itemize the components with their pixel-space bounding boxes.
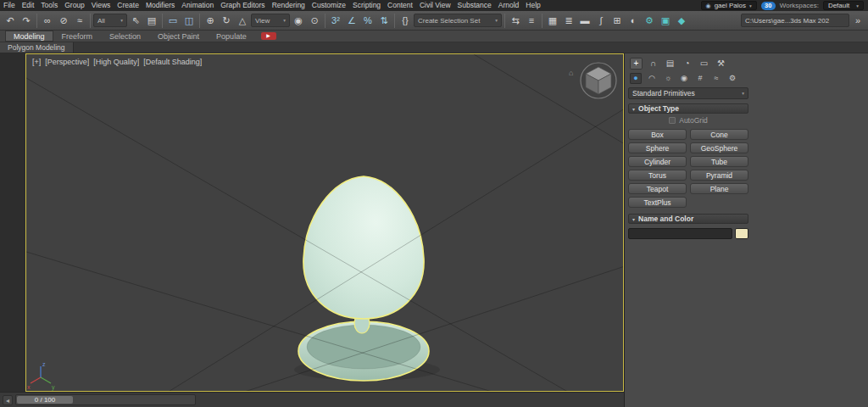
material-editor-icon[interactable]: ◐ [626, 13, 641, 29]
menu-item-create[interactable]: Create [114, 0, 142, 11]
menu-item-scripting[interactable]: Scripting [349, 0, 384, 11]
cameras-category-icon[interactable]: ◉ [678, 73, 690, 84]
toolbar-overflow-icon[interactable]: » [850, 13, 865, 29]
space-warps-category-icon[interactable]: ≈ [710, 73, 722, 84]
align-icon[interactable]: ≡ [524, 13, 539, 29]
menu-item-modifiers[interactable]: Modifiers [142, 0, 178, 11]
menu-item-content[interactable]: Content [384, 0, 416, 11]
select-and-link-icon[interactable]: ∞ [40, 13, 55, 29]
object-type-button-geosphere[interactable]: GeoSphere [690, 142, 748, 153]
scene-explorer-icon[interactable]: ▦ [545, 13, 560, 29]
perspective-viewport[interactable]: ⌂ x y z [+] [ [25, 53, 624, 392]
menu-item-views[interactable]: Views [88, 0, 114, 11]
create-selection-set-dropdown[interactable]: Create Selection Set▾ [414, 14, 502, 27]
menu-item-arnold[interactable]: Arnold [495, 0, 523, 11]
autogrid-checkbox[interactable] [669, 117, 676, 124]
render-setup-icon[interactable]: ⚙ [642, 13, 657, 29]
modify-tab-icon[interactable]: ∩ [647, 58, 659, 70]
utilities-tab-icon[interactable]: ⚒ [715, 58, 727, 70]
track-bar-toggle-icon[interactable]: ◂ [3, 395, 13, 405]
unlink-selection-icon[interactable]: ⊘ [56, 13, 71, 29]
bind-to-space-warp-icon[interactable]: ≈ [72, 13, 87, 29]
select-and-scale-icon[interactable]: △ [235, 13, 250, 29]
systems-category-icon[interactable]: ⚙ [726, 73, 738, 84]
motion-tab-icon[interactable]: ◔ [681, 58, 693, 70]
workspace-dropdown[interactable]: Default ▾ [823, 1, 864, 10]
object-type-button-torus[interactable]: Torus [628, 170, 687, 181]
object-color-swatch[interactable] [735, 228, 748, 239]
reference-coordinate-dropdown[interactable]: View▾ [251, 14, 290, 27]
helpers-category-icon[interactable]: # [694, 73, 706, 84]
egg-object[interactable] [303, 176, 424, 319]
project-path-box[interactable]: C:\Users\gae...3ds Max 202 [741, 14, 849, 27]
angle-snap-icon[interactable]: ∠ [344, 13, 359, 29]
viewport-quality-menu[interactable]: [High Quality] [93, 58, 139, 66]
ribbon-tab-selection[interactable]: Selection [101, 31, 149, 42]
object-type-button-teapot[interactable]: Teapot [628, 183, 687, 194]
time-slider-track[interactable]: 0 / 100 [15, 394, 196, 405]
view-cube[interactable]: ⌂ [569, 63, 616, 98]
ribbon-tab-modeling[interactable]: Modeling [5, 31, 53, 42]
object-type-button-textplus[interactable]: TextPlus [628, 197, 687, 208]
menu-item-graph-editors[interactable]: Graph Editors [217, 0, 268, 11]
tutorial-play-button[interactable]: ▶ [261, 32, 276, 40]
object-type-button-tube[interactable]: Tube [690, 156, 748, 167]
geometry-category-icon[interactable]: ● [630, 73, 642, 84]
object-type-button-sphere[interactable]: Sphere [628, 142, 687, 153]
named-selection-sets-icon[interactable]: {} [398, 13, 413, 29]
create-tab-icon[interactable]: + [630, 58, 643, 70]
menu-item-animation[interactable]: Animation [178, 0, 217, 11]
select-and-manipulate-icon[interactable]: ⊙ [307, 13, 322, 29]
object-type-button-pyramid[interactable]: Pyramid [690, 170, 748, 181]
use-pivot-point-icon[interactable]: ◉ [291, 13, 306, 29]
schematic-view-icon[interactable]: ⊞ [609, 13, 625, 29]
time-slider-thumb[interactable]: 0 / 100 [17, 396, 73, 404]
layer-explorer-icon[interactable]: ≣ [561, 13, 576, 29]
object-name-input[interactable] [628, 228, 732, 239]
rectangular-selection-region-icon[interactable]: ▭ [165, 13, 181, 29]
name-color-rollout-header[interactable]: ▾ Name and Color [628, 214, 748, 224]
select-by-name-icon[interactable]: ▤ [144, 13, 159, 29]
menu-item-help[interactable]: Help [522, 0, 543, 11]
viewport-general-menu[interactable]: [+] [32, 58, 41, 66]
percent-snap-icon[interactable]: % [360, 13, 376, 29]
viewcube-home-icon[interactable]: ⌂ [569, 69, 573, 77]
object-type-button-cylinder[interactable]: Cylinder [628, 156, 687, 167]
notification-badge[interactable]: 30 [761, 2, 776, 10]
ribbon-toggle-icon[interactable]: ▬ [577, 13, 593, 29]
selection-filter-dropdown[interactable]: All▾ [93, 14, 127, 27]
ribbon-tab-object-paint[interactable]: Object Paint [149, 31, 208, 42]
mirror-icon[interactable]: ⇆ [508, 13, 523, 29]
primitive-category-dropdown[interactable]: Standard Primitives ▾ [628, 87, 748, 99]
object-type-button-cone[interactable]: Cone [690, 129, 748, 140]
select-and-move-icon[interactable]: ⊕ [203, 13, 218, 29]
select-and-rotate-icon[interactable]: ↻ [219, 13, 234, 29]
user-account-dropdown[interactable]: ◉ gael Palos ▾ [701, 1, 757, 10]
display-tab-icon[interactable]: ▭ [698, 58, 710, 70]
object-type-rollout-header[interactable]: ▾ Object Type [628, 103, 748, 114]
menu-item-rendering[interactable]: Rendering [269, 0, 309, 11]
menu-item-substance[interactable]: Substance [454, 0, 495, 11]
spinner-snap-icon[interactable]: ⇅ [376, 13, 392, 29]
object-type-button-plane[interactable]: Plane [690, 183, 748, 194]
shapes-category-icon[interactable]: ◠ [646, 73, 658, 84]
polygon-modeling-panel-tab[interactable]: Polygon Modeling [0, 42, 74, 53]
ribbon-tab-populate[interactable]: Populate [208, 31, 255, 42]
lights-category-icon[interactable]: ☼ [662, 73, 674, 84]
menu-item-group[interactable]: Group [61, 0, 88, 11]
menu-item-customize[interactable]: Customize [309, 0, 349, 11]
select-object-icon[interactable]: ⇖ [128, 13, 143, 29]
menu-item-edit[interactable]: Edit [19, 0, 38, 11]
menu-item-file[interactable]: File [0, 0, 19, 11]
object-type-button-box[interactable]: Box [628, 129, 687, 140]
menu-item-civil-view[interactable]: Civil View [416, 0, 454, 11]
hierarchy-tab-icon[interactable]: ▤ [664, 58, 676, 70]
ribbon-tab-freeform[interactable]: Freeform [53, 31, 102, 42]
redo-icon[interactable]: ↷ [19, 13, 34, 29]
window-crossing-icon[interactable]: ◫ [181, 13, 197, 29]
rendered-frame-window-icon[interactable]: ▣ [658, 13, 673, 29]
snaps-toggle-icon[interactable]: 3² [328, 13, 343, 29]
viewport-pov-menu[interactable]: [Perspective] [45, 58, 89, 66]
viewport-shading-menu[interactable]: [Default Shading] [143, 58, 202, 66]
undo-icon[interactable]: ↶ [3, 13, 18, 29]
